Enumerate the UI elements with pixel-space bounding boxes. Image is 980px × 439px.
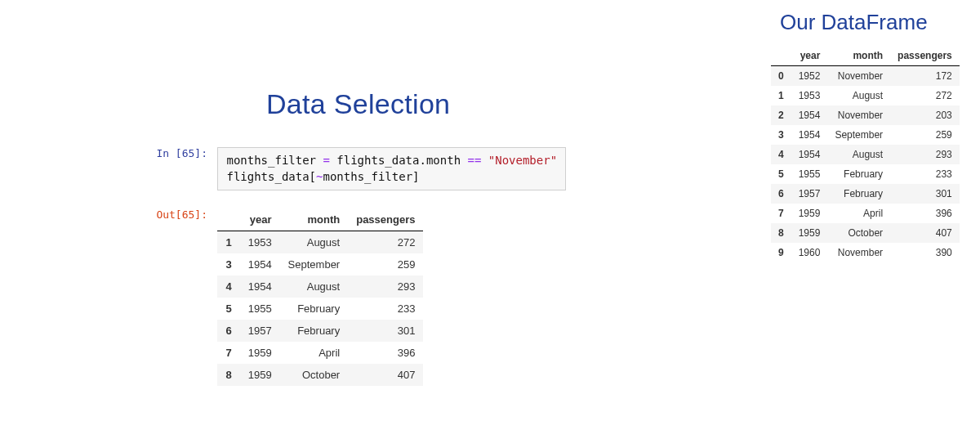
notebook-cell: In [65]: months_filter = flights_data.mo…	[136, 147, 566, 386]
table-cell: 233	[890, 164, 960, 184]
table-cell: 1959	[240, 342, 280, 364]
code-token: =	[316, 154, 336, 167]
table-row: 11953August272	[217, 231, 423, 254]
code-token: ]	[412, 170, 419, 183]
row-index: 3	[217, 253, 239, 275]
table-cell: 272	[890, 86, 960, 105]
table-cell: April	[827, 204, 890, 223]
code-token: month	[426, 154, 461, 167]
table-cell: September	[827, 125, 890, 145]
table-cell: 1952	[791, 66, 828, 87]
table-cell: 259	[890, 125, 960, 145]
table-cell: September	[280, 253, 349, 275]
table-column-header: month	[827, 46, 890, 66]
row-index: 2	[771, 105, 791, 125]
table-row: 01952November172	[771, 66, 960, 87]
code-token: months_filter	[226, 154, 316, 167]
table-cell: 259	[348, 253, 423, 275]
table-row: 21954November203	[771, 105, 960, 125]
table-cell: 1954	[240, 253, 280, 275]
table-cell: 1954	[791, 125, 828, 145]
table-cell: August	[827, 86, 890, 105]
row-index: 8	[217, 364, 239, 386]
code-token: .	[419, 154, 425, 167]
sidebar-title: Our DataFrame	[780, 10, 928, 35]
table-cell: 293	[348, 275, 423, 298]
table-column-header: year	[791, 46, 828, 66]
slide-title: Data Selection	[266, 88, 450, 120]
code-token: flights_data	[336, 154, 419, 167]
table-cell: February	[280, 320, 349, 342]
table-cell: November	[827, 66, 890, 87]
table-cell: 1959	[240, 364, 280, 386]
table-row: 61957February301	[771, 184, 960, 204]
table-cell: 1955	[240, 298, 280, 320]
row-index: 7	[217, 342, 239, 364]
table-cell: 1957	[240, 320, 280, 342]
output-prompt: Out[65]:	[136, 208, 214, 221]
table-cell: February	[827, 164, 890, 184]
table-row: 71959April396	[771, 204, 960, 223]
row-index: 1	[771, 86, 791, 105]
row-index: 6	[771, 184, 791, 204]
row-index: 8	[771, 223, 791, 243]
table-row: 81959October407	[771, 223, 960, 243]
table-cell: August	[280, 231, 349, 254]
table-cell: 1960	[791, 243, 828, 262]
table-cell: November	[827, 105, 890, 125]
table-cell: 396	[348, 342, 423, 364]
source-dataframe-table: yearmonthpassengers 01952November1721195…	[771, 46, 960, 262]
row-index: 3	[771, 125, 791, 145]
table-row: 31954September259	[771, 125, 960, 145]
row-index: 7	[771, 204, 791, 223]
table-cell: 1953	[240, 231, 280, 254]
table-cell: 301	[890, 184, 960, 204]
table-cell: 396	[890, 204, 960, 223]
table-cell: April	[280, 342, 349, 364]
output-dataframe-table: yearmonthpassengers 11953August27231954S…	[217, 208, 423, 386]
row-index: 6	[217, 320, 239, 342]
table-cell: 1953	[791, 86, 828, 105]
table-cell: 407	[890, 223, 960, 243]
table-cell: 1954	[240, 275, 280, 298]
table-cell: October	[280, 364, 349, 386]
row-index: 1	[217, 231, 239, 254]
table-column-header: year	[240, 208, 280, 231]
table-column-header: month	[280, 208, 349, 231]
table-cell: 1957	[791, 184, 828, 204]
table-row: 81959October407	[217, 364, 423, 386]
table-cell: 272	[348, 231, 423, 254]
table-cell: 172	[890, 66, 960, 87]
table-cell: 1954	[791, 105, 828, 125]
table-row: 31954September259	[217, 253, 423, 275]
code-token: ==	[461, 154, 488, 167]
table-cell: February	[280, 298, 349, 320]
table-cell: February	[827, 184, 890, 204]
table-cell: 1955	[791, 164, 828, 184]
row-index: 0	[771, 66, 791, 87]
table-row: 71959April396	[217, 342, 423, 364]
code-cell: months_filter = flights_data.month == "N…	[217, 147, 566, 190]
table-row: 11953August272	[771, 86, 960, 105]
table-row: 41954August293	[217, 275, 423, 298]
table-cell: 233	[348, 298, 423, 320]
table-cell: August	[827, 145, 890, 164]
table-column-header: passengers	[348, 208, 423, 231]
row-index: 9	[771, 243, 791, 262]
row-index: 4	[771, 145, 791, 164]
table-cell: 390	[890, 243, 960, 262]
table-cell: 407	[348, 364, 423, 386]
table-column-header	[217, 208, 239, 231]
code-token: "November"	[488, 154, 557, 167]
table-cell: October	[827, 223, 890, 243]
row-index: 4	[217, 275, 239, 298]
table-cell: November	[827, 243, 890, 262]
input-prompt: In [65]:	[136, 147, 214, 159]
table-cell: 301	[348, 320, 423, 342]
table-row: 91960November390	[771, 243, 960, 262]
table-row: 51955February233	[771, 164, 960, 184]
table-cell: 1954	[791, 145, 828, 164]
code-token: months_filter	[323, 170, 412, 183]
table-row: 61957February301	[217, 320, 423, 342]
table-cell: August	[280, 275, 349, 298]
